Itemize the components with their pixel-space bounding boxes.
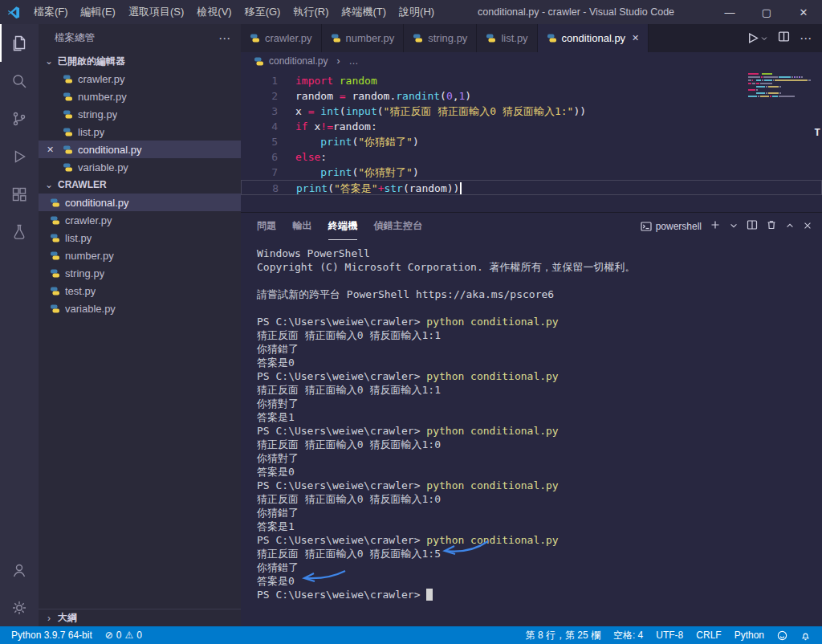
close-icon[interactable]: ✕	[632, 33, 639, 43]
maximize-button[interactable]: ▢	[748, 0, 785, 24]
breadcrumb[interactable]: conditional.py › …	[241, 52, 822, 70]
open-editor-item[interactable]: list.py	[39, 123, 241, 141]
settings-gear-icon[interactable]	[0, 589, 39, 626]
statusbar-eol[interactable]: CRLF	[690, 630, 727, 641]
feedback-icon[interactable]	[771, 630, 794, 641]
outline-label: 大綱	[58, 611, 77, 625]
terminal-dropdown-icon[interactable]	[729, 219, 739, 234]
file-tree-item[interactable]: crawler.py	[39, 211, 241, 229]
minimap[interactable]	[748, 73, 811, 99]
menu-item-6[interactable]: 終端機(T)	[335, 0, 393, 24]
new-terminal-icon[interactable]	[710, 219, 721, 234]
open-editor-item[interactable]: string.py	[39, 105, 241, 123]
terminal-content: Windows PowerShellCopyright (C) Microsof…	[257, 247, 822, 601]
file-tree-item[interactable]: conditional.py	[39, 194, 241, 211]
file-name: conditional.py	[78, 144, 142, 156]
panel-tab-偵錯主控台[interactable]: 偵錯主控台	[373, 213, 422, 240]
menu-item-3[interactable]: 檢視(V)	[190, 0, 238, 24]
editor-tab[interactable]: number.py	[322, 24, 405, 52]
statusbar-cursor-position[interactable]: 第 8 行，第 25 欄	[519, 629, 607, 642]
panel-header: 問題輸出終端機偵錯主控台 powershell	[241, 213, 822, 240]
code-editor[interactable]: 1import random2random = random.randint(0…	[241, 70, 822, 212]
testing-icon[interactable]	[0, 213, 39, 251]
terminal-line: 猜正反面 猜正面輸入0 猜反面輸入1:0	[257, 492, 822, 506]
file-name: string.py	[78, 108, 117, 120]
run-debug-icon[interactable]	[0, 137, 39, 175]
open-editor-item[interactable]: variable.py	[39, 158, 241, 176]
chevron-down-icon: ⌄	[43, 179, 55, 190]
vscode-window: 檔案(F)編輯(E)選取項目(S)檢視(V)移至(G)執行(R)終端機(T)說明…	[0, 0, 822, 644]
code-line: 4if x!=random:	[241, 119, 822, 134]
line-number: 5	[241, 134, 278, 149]
folder-header[interactable]: ⌄ CRAWLER	[39, 176, 241, 194]
split-terminal-icon[interactable]	[747, 219, 758, 234]
terminal-line: 你猜對了	[257, 451, 822, 465]
tab-label: number.py	[346, 32, 395, 44]
workbench: 檔案總管 ⋯ ⌄ 已開啟的編輯器 crawler.pynumber.pystri…	[0, 24, 822, 626]
problems-item[interactable]: ⊘ 0 ⚠ 0	[99, 630, 149, 641]
open-editor-item[interactable]: ✕conditional.py	[39, 141, 241, 158]
terminal-line: 你猜錯了	[257, 506, 822, 520]
extensions-icon[interactable]	[0, 175, 39, 213]
code-text: if x!=random:	[278, 119, 377, 134]
menu-item-0[interactable]: 檔案(F)	[27, 0, 75, 24]
terminal[interactable]: Windows PowerShellCopyright (C) Microsof…	[241, 240, 822, 626]
views-more-icon[interactable]: ⋯	[218, 31, 231, 46]
explorer-icon[interactable]	[0, 24, 39, 62]
terminal-line: Copyright (C) Microsoft Corporation. 著作權…	[257, 260, 822, 274]
panel-tab-輸出[interactable]: 輸出	[292, 213, 311, 240]
python-file-icon	[547, 33, 557, 43]
editor-tab[interactable]: conditional.py✕	[538, 24, 649, 52]
menu-item-7[interactable]: 說明(H)	[393, 0, 441, 24]
notifications-bell-icon[interactable]	[794, 630, 817, 641]
menu-item-1[interactable]: 編輯(E)	[75, 0, 122, 24]
close-button[interactable]: ✕	[785, 0, 822, 24]
code-line: 5 print("你猜錯了")	[241, 134, 822, 149]
statusbar-language[interactable]: Python	[728, 630, 771, 641]
menu-item-4[interactable]: 移至(G)	[238, 0, 287, 24]
file-tree-item[interactable]: number.py	[39, 247, 241, 264]
shell-picker[interactable]: powershell	[641, 221, 702, 232]
statusbar-encoding[interactable]: UTF-8	[649, 630, 690, 641]
file-tree-item[interactable]: string.py	[39, 264, 241, 282]
maximize-panel-icon[interactable]	[785, 219, 795, 234]
editor-tab[interactable]: list.py	[477, 24, 537, 52]
split-editor-icon[interactable]	[778, 31, 790, 46]
more-actions-icon[interactable]: ⋯	[800, 31, 812, 46]
menu-item-2[interactable]: 選取項目(S)	[122, 0, 190, 24]
folder-label: CRAWLER	[58, 179, 107, 190]
code-line: 1import random	[241, 73, 822, 88]
window-title: conditional.py - crawler - Visual Studio…	[441, 6, 711, 18]
annotation-arrow-answer	[300, 568, 348, 587]
source-control-icon[interactable]	[0, 100, 39, 137]
python-file-icon	[50, 304, 60, 314]
panel-actions: powershell	[641, 219, 812, 234]
file-tree-item[interactable]: test.py	[39, 282, 241, 300]
outline-section[interactable]: › 大綱	[39, 609, 241, 626]
open-editor-item[interactable]: number.py	[39, 88, 241, 105]
breadcrumb-file[interactable]: conditional.py	[269, 55, 328, 67]
close-icon[interactable]: ✕	[47, 145, 54, 155]
python-interpreter-item[interactable]: Python 3.9.7 64-bit	[5, 630, 99, 641]
open-editor-item[interactable]: crawler.py	[39, 70, 241, 88]
editor-tab[interactable]: crawler.py	[241, 24, 322, 52]
python-file-icon	[50, 198, 60, 208]
terminal-line: 猜正反面 猜正面輸入0 猜反面輸入1:1	[257, 328, 822, 342]
file-tree-item[interactable]: variable.py	[39, 300, 241, 317]
search-icon[interactable]	[0, 62, 39, 100]
menu-item-5[interactable]: 執行(R)	[287, 0, 335, 24]
breadcrumb-more[interactable]: …	[348, 55, 358, 67]
open-editors-header[interactable]: ⌄ 已開啟的編輯器	[39, 52, 241, 70]
minimize-button[interactable]: —	[711, 0, 748, 24]
file-tree-item[interactable]: list.py	[39, 229, 241, 247]
statusbar-indentation[interactable]: 空格: 4	[607, 629, 649, 642]
file-name: string.py	[65, 267, 104, 279]
panel-tab-終端機[interactable]: 終端機	[328, 213, 358, 240]
editor-tab[interactable]: string.py	[404, 24, 477, 52]
kill-terminal-icon[interactable]	[766, 219, 777, 234]
panel-tabs: 問題輸出終端機偵錯主控台	[257, 213, 422, 240]
account-icon[interactable]	[0, 551, 39, 589]
panel-tab-問題[interactable]: 問題	[257, 213, 276, 240]
close-panel-icon[interactable]	[803, 219, 812, 234]
run-python-file-button[interactable]	[747, 32, 768, 44]
